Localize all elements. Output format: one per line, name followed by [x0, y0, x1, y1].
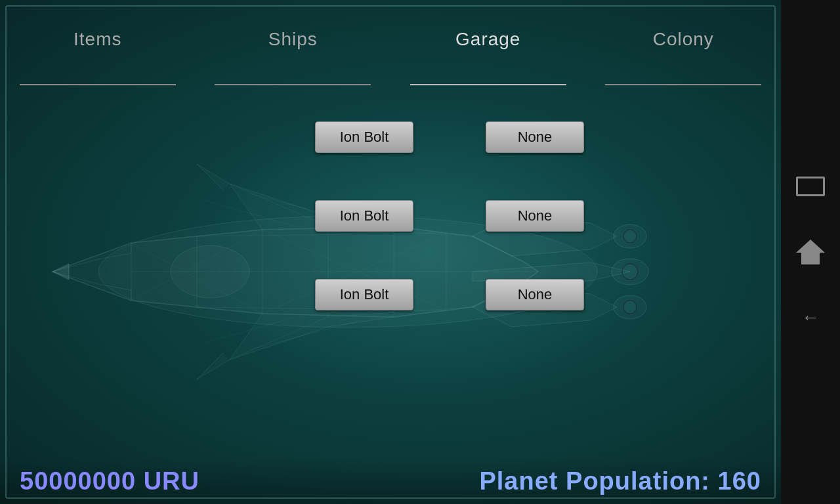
- tab-ships-underline: [215, 84, 371, 85]
- main-content-area: Items Ships Garage Colony Ion Bolt Ion B…: [0, 0, 781, 504]
- tab-ships-label: Ships: [268, 29, 318, 56]
- tab-items[interactable]: Items: [0, 0, 196, 85]
- status-bar: 50000000 URU Planet Population: 160: [0, 458, 781, 504]
- window-icon: [796, 177, 825, 196]
- tab-colony[interactable]: Colony: [586, 0, 782, 85]
- tab-ships[interactable]: Ships: [196, 0, 391, 85]
- back-icon: ←: [801, 307, 820, 328]
- ion-bolt-button-2[interactable]: Ion Bolt: [315, 200, 413, 232]
- tab-items-label: Items: [74, 29, 121, 56]
- none-button-1[interactable]: None: [486, 121, 584, 153]
- tab-garage[interactable]: Garage: [390, 0, 586, 85]
- ion-bolt-button-1[interactable]: Ion Bolt: [315, 121, 413, 153]
- tab-colony-label: Colony: [653, 29, 714, 56]
- svg-marker-27: [52, 264, 69, 280]
- home-icon: [796, 240, 825, 264]
- none-button-3[interactable]: None: [486, 279, 584, 310]
- tab-garage-underline: [410, 84, 566, 85]
- tab-navigation: Items Ships Garage Colony: [0, 0, 781, 85]
- none-button-2[interactable]: None: [486, 200, 584, 232]
- svg-point-30: [623, 301, 637, 314]
- svg-point-28: [623, 230, 637, 243]
- ion-bolt-button-3[interactable]: Ion Bolt: [315, 279, 413, 310]
- home-button[interactable]: [794, 239, 827, 265]
- back-button[interactable]: ←: [794, 304, 827, 331]
- tab-colony-underline: [605, 84, 761, 85]
- sidebar: ←: [781, 0, 840, 504]
- population-display: Planet Population: 160: [479, 467, 761, 495]
- tab-items-underline: [20, 84, 176, 85]
- svg-point-29: [622, 264, 638, 280]
- window-button[interactable]: [794, 173, 827, 200]
- tab-garage-label: Garage: [455, 29, 520, 56]
- currency-display: 50000000 URU: [20, 467, 200, 495]
